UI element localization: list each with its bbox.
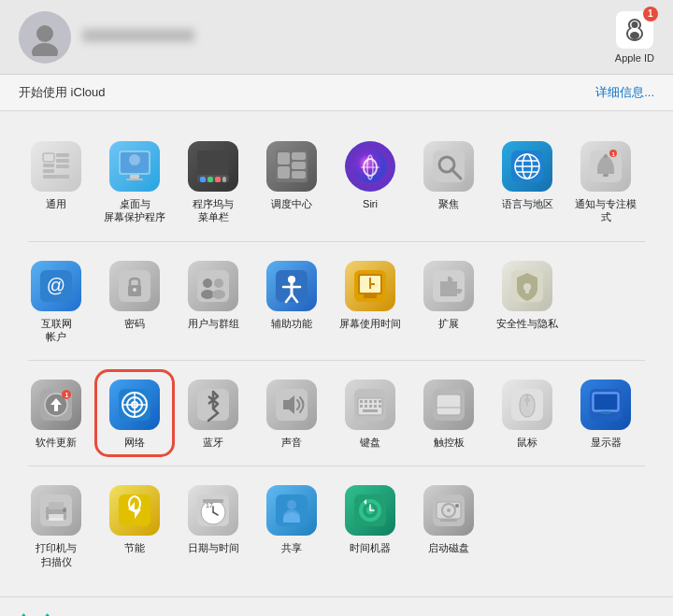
svg-rect-7 [56, 153, 69, 157]
svg-rect-9 [56, 165, 69, 168]
item-trackpad[interactable]: 触控板 [411, 372, 486, 454]
divider-2 [28, 360, 645, 361]
keyboard-icon [345, 380, 395, 430]
item-dock[interactable]: 程序坞与菜单栏 [176, 134, 251, 230]
svg-rect-23 [278, 152, 290, 165]
startupdisk-icon [423, 485, 474, 536]
siri-icon [345, 141, 395, 192]
svg-rect-96 [379, 405, 381, 408]
svg-rect-6 [43, 169, 54, 173]
svg-point-55 [212, 290, 225, 299]
item-mission[interactable]: 调度中心 [254, 134, 329, 230]
item-language[interactable]: 语言与地区 [490, 134, 565, 230]
svg-rect-112 [49, 514, 64, 518]
security-icon [502, 261, 552, 311]
svg-point-1 [32, 43, 58, 56]
users-icon [188, 261, 238, 311]
icloud-details-link[interactable]: 详细信息... [595, 84, 654, 101]
svg-point-54 [214, 279, 223, 288]
icloud-banner: 开始使用 iCloud 详细信息... [0, 75, 673, 111]
item-users[interactable]: 用户与群组 [176, 253, 251, 350]
item-accessibility[interactable]: 辅助功能 [254, 253, 329, 350]
item-notifications[interactable]: 1 通知与专注模式 [568, 134, 643, 230]
item-network[interactable]: 网络 [97, 372, 172, 454]
svg-rect-42 [603, 174, 609, 177]
svg-point-0 [36, 25, 53, 42]
svg-rect-95 [374, 405, 377, 408]
item-siri[interactable]: Siri [333, 134, 408, 230]
sound-icon [266, 380, 317, 430]
loading-spinner [19, 609, 52, 616]
svg-point-52 [203, 279, 212, 288]
general-icon [31, 141, 81, 192]
item-extensions[interactable]: 扩展 [411, 253, 486, 350]
spotlight-icon [423, 141, 474, 192]
item-battery[interactable]: 节能 [97, 478, 172, 574]
trackpad-icon [423, 380, 474, 430]
password-icon [109, 261, 160, 311]
dock-icon [188, 141, 238, 192]
svg-rect-27 [292, 171, 306, 179]
apple-id-button[interactable]: 1 Apple ID [615, 11, 654, 64]
avatar[interactable] [19, 11, 71, 64]
screentime-icon [345, 261, 395, 311]
internet-label: 互联网帐户 [41, 317, 72, 344]
svg-rect-87 [360, 400, 363, 403]
item-sharing[interactable]: 共享 [254, 478, 329, 574]
icloud-banner-text: 开始使用 iCloud [19, 84, 105, 101]
svg-rect-4 [43, 153, 54, 162]
item-desktop[interactable]: 桌面与屏幕保护程序 [97, 134, 172, 230]
spotlight-label: 聚焦 [438, 197, 459, 210]
item-timemachine[interactable]: 时间机器 [333, 478, 408, 574]
extensions-label: 扩展 [438, 317, 459, 330]
item-general[interactable]: 通用 [19, 134, 93, 230]
divider-3 [28, 466, 645, 466]
section-1: 通用 桌面与屏幕保护程序 [9, 126, 664, 237]
item-sound[interactable]: 声音 [254, 372, 329, 454]
printer-icon [31, 485, 81, 536]
screentime-label: 屏幕使用时间 [339, 317, 401, 330]
sharing-label: 共享 [281, 541, 302, 554]
bluetooth-icon [188, 380, 238, 430]
svg-rect-51 [197, 270, 229, 302]
startupdisk-label: 启动磁盘 [428, 541, 469, 554]
svg-point-43 [604, 154, 608, 158]
item-internet[interactable]: @ 互联网帐户 [19, 253, 93, 350]
svg-rect-107 [601, 411, 610, 414]
sound-label: 声音 [281, 436, 302, 449]
item-softwareupdate[interactable]: 1 软件更新 [19, 372, 93, 454]
mission-label: 调度中心 [271, 197, 312, 210]
svg-rect-8 [56, 159, 69, 163]
item-bluetooth[interactable]: 蓝牙 [176, 372, 251, 454]
svg-rect-21 [222, 177, 226, 182]
item-keyboard[interactable]: 键盘 [333, 372, 408, 454]
svg-point-50 [133, 288, 136, 292]
username-area [82, 29, 194, 46]
svg-rect-97 [363, 409, 378, 412]
svg-rect-135 [440, 519, 457, 522]
item-datetime[interactable]: 17 日期与时间 [176, 478, 251, 574]
main-content: 通用 桌面与屏幕保护程序 [0, 111, 673, 596]
extensions-icon [423, 261, 474, 311]
item-display[interactable]: 显示器 [568, 372, 643, 454]
item-startupdisk[interactable]: 启动磁盘 [411, 478, 486, 574]
svg-rect-90 [374, 400, 377, 403]
siri-label: Siri [363, 197, 378, 210]
network-icon [109, 380, 160, 430]
item-security[interactable]: 安全性与隐私 [490, 253, 565, 350]
users-label: 用户与群组 [188, 317, 239, 330]
trackpad-label: 触控板 [434, 436, 465, 449]
item-screentime[interactable]: 屏幕使用时间 [333, 253, 408, 350]
svg-rect-24 [292, 152, 306, 160]
softwareupdate-label: 软件更新 [36, 436, 77, 449]
mouse-icon [502, 380, 552, 430]
item-printer[interactable]: 打印机与扫描仪 [19, 478, 93, 574]
display-label: 显示器 [591, 436, 622, 449]
svg-rect-89 [369, 400, 372, 403]
item-password[interactable]: 密码 [97, 253, 172, 350]
notifications-icon: 1 [580, 141, 631, 192]
item-mouse[interactable]: 鼠标 [490, 372, 565, 454]
item-spotlight[interactable]: 聚焦 [411, 134, 486, 230]
svg-rect-16 [197, 150, 229, 175]
svg-point-103 [524, 398, 530, 402]
